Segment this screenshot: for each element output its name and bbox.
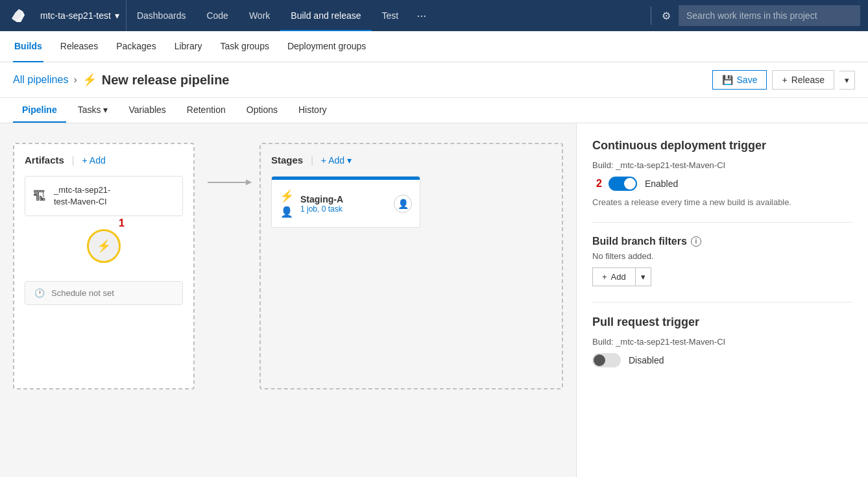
continuous-deployment-trigger-button[interactable]: ⚡	[87, 229, 121, 263]
nav-dashboards[interactable]: Dashboards	[127, 0, 197, 31]
trigger-area: 1 ⚡	[25, 229, 183, 268]
artifacts-title: Artifacts	[25, 154, 64, 166]
sub-navigation: Builds Releases Packages Library Task gr…	[0, 31, 868, 62]
project-selector[interactable]: mtc-ta-sep21-test ▾	[34, 0, 127, 31]
artifact-build-icon: 🏗	[33, 189, 46, 204]
project-name: mtc-ta-sep21-test	[40, 10, 111, 21]
artifacts-header: Artifacts | + Add	[25, 154, 183, 166]
stages-separator: |	[311, 155, 313, 166]
plus-icon: +	[782, 75, 787, 85]
stage-approver-icon[interactable]: 👤	[394, 195, 412, 213]
azure-devops-logo[interactable]	[8, 5, 29, 26]
subnav-builds[interactable]: Builds	[13, 31, 43, 62]
pull-req-build-label: Build: _mtc-ta-sep21-test-Maven-CI	[592, 337, 852, 347]
tab-variables[interactable]: Variables	[119, 98, 175, 123]
nav-more-button[interactable]: ···	[409, 0, 434, 31]
stage-meta: 1 job, 0 task	[300, 204, 387, 214]
pull-req-title: Pull request trigger	[592, 315, 852, 329]
tab-history[interactable]: History	[289, 98, 336, 123]
enabled-label: Enabled	[645, 179, 678, 189]
stages-title: Stages	[271, 154, 303, 166]
approver-person-icon: 👤	[398, 199, 409, 209]
cd-enabled-toggle[interactable]	[609, 177, 637, 191]
chevron-down-icon: ▾	[115, 10, 119, 21]
pull-req-disabled-toggle[interactable]	[592, 353, 621, 367]
tab-pipeline[interactable]: Pipeline	[13, 98, 66, 123]
build-branch-info-icon[interactable]: i	[691, 236, 701, 247]
clock-icon: 🕐	[34, 288, 45, 298]
nav-build-and-release[interactable]: Build and release	[280, 0, 371, 31]
settings-icon[interactable]: ⚙	[654, 0, 679, 31]
page-title: ⚡ New release pipeline	[82, 73, 230, 88]
panel-divider-1	[592, 222, 852, 223]
stages-header: Stages | + Add ▾	[271, 154, 551, 166]
cd-trigger-title: Continuous deployment trigger	[592, 139, 852, 153]
annotation-number-2: 2	[596, 178, 602, 190]
build-branch-filters-title: Build branch filters i	[592, 236, 852, 247]
tab-tasks[interactable]: Tasks ▾	[69, 98, 117, 123]
pipeline-type-icon: ⚡	[82, 73, 97, 87]
nav-work[interactable]: Work	[239, 0, 280, 31]
artifact-name: _mtc-ta-sep21-test-Maven-CI	[54, 184, 110, 208]
nav-code[interactable]: Code	[196, 0, 238, 31]
enabled-toggle-row: 2 Enabled	[592, 177, 852, 191]
subnav-task-groups[interactable]: Task groups	[219, 31, 270, 62]
subnav-packages[interactable]: Packages	[115, 31, 157, 62]
toggle-knob-disabled	[594, 354, 605, 366]
stage-name: Staging-A	[300, 194, 387, 204]
toggle-knob	[624, 178, 636, 190]
cd-description: Creates a release every time a new build…	[592, 196, 852, 209]
top-navigation: mtc-ta-sep21-test ▾ Dashboards Code Work…	[0, 0, 868, 31]
release-dropdown-button[interactable]: ▾	[839, 71, 855, 90]
subnav-deployment-groups[interactable]: Deployment groups	[286, 31, 367, 62]
annotation-number-1: 1	[119, 217, 125, 229]
disabled-label: Disabled	[629, 355, 664, 365]
main-nav-items: Dashboards Code Work Build and release T…	[127, 0, 648, 31]
add-filter-button[interactable]: + Add	[592, 267, 636, 286]
panel-divider-2	[592, 302, 852, 302]
artifact-card: 🏗 _mtc-ta-sep21-test-Maven-CI	[25, 176, 183, 216]
tab-retention[interactable]: Retention	[178, 98, 235, 123]
schedule-card[interactable]: 🕐 Schedule not set	[25, 281, 183, 305]
disabled-toggle-row: Disabled	[592, 353, 852, 367]
stage-icons: ⚡ 👤	[280, 189, 294, 218]
main-content: Artifacts | + Add 🏗 _mtc-ta-sep21-test-M…	[0, 123, 868, 477]
subnav-library[interactable]: Library	[173, 31, 204, 62]
release-button[interactable]: + Release	[772, 70, 834, 90]
breadcrumb-separator: ›	[73, 74, 77, 86]
schedule-label: Schedule not set	[51, 288, 114, 298]
stages-section: Stages | + Add ▾ ⚡ 👤 Staging-A 1	[259, 143, 563, 389]
tab-options[interactable]: Options	[237, 98, 287, 123]
lightning-icon: ⚡	[97, 239, 111, 253]
trigger-annotation: 1 ⚡	[87, 229, 121, 263]
add-artifact-button[interactable]: + Add	[82, 155, 106, 166]
nav-test[interactable]: Test	[372, 0, 409, 31]
add-filter-dropdown-button[interactable]: ▾	[636, 267, 651, 286]
cd-build-label: Build: _mtc-ta-sep21-test-Maven-CI	[592, 160, 852, 170]
pipeline-canvas: Artifacts | + Add 🏗 _mtc-ta-sep21-test-M…	[0, 123, 576, 477]
pipeline-tabs: Pipeline Tasks ▾ Variables Retention Opt…	[0, 98, 868, 123]
tasks-dropdown-icon: ▾	[103, 105, 108, 115]
artifacts-section: Artifacts | + Add 🏗 _mtc-ta-sep21-test-M…	[13, 143, 195, 389]
right-panel: Continuous deployment trigger Build: _mt…	[576, 123, 868, 477]
stage-info: Staging-A 1 job, 0 task	[300, 194, 387, 214]
search-input[interactable]	[679, 5, 860, 26]
connector-area	[208, 143, 247, 183]
artifacts-separator: |	[72, 155, 75, 166]
no-filters-label: No filters added.	[592, 251, 852, 261]
breadcrumb-all-pipelines[interactable]: All pipelines	[13, 74, 68, 86]
breadcrumb-area: All pipelines › ⚡ New release pipeline	[13, 73, 229, 88]
nav-separator	[651, 6, 651, 25]
add-filter-row: + Add ▾	[592, 267, 852, 286]
add-stage-button[interactable]: + Add ▾	[321, 155, 352, 166]
save-icon: 💾	[722, 75, 733, 85]
stage-card-body: ⚡ 👤 Staging-A 1 job, 0 task 👤	[272, 180, 420, 227]
header-actions: 💾 Save + Release ▾	[712, 70, 855, 90]
pipeline-connector	[208, 182, 247, 183]
stage-card-staging-a[interactable]: ⚡ 👤 Staging-A 1 job, 0 task 👤	[271, 176, 420, 228]
subnav-releases[interactable]: Releases	[59, 31, 99, 62]
stage-lightning-icon: ⚡	[280, 189, 294, 203]
save-button[interactable]: 💾 Save	[712, 70, 767, 90]
page-header: All pipelines › ⚡ New release pipeline 💾…	[0, 62, 868, 98]
stage-person-icon: 👤	[280, 206, 293, 218]
